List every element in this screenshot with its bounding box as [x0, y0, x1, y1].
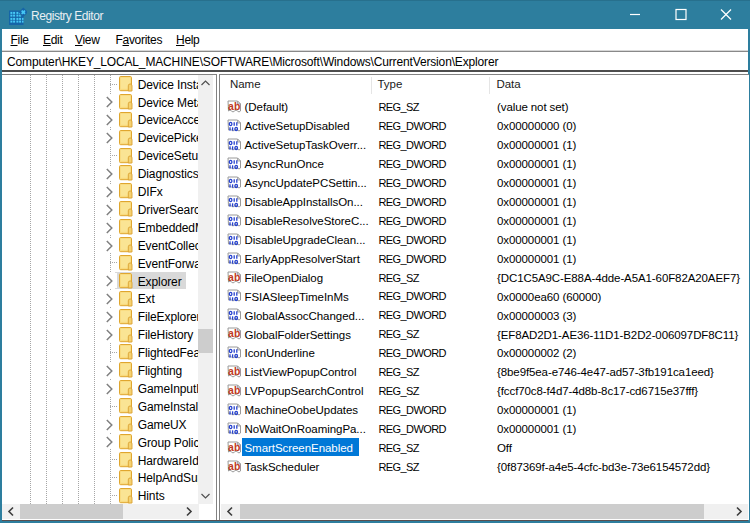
- svg-text:ab: ab: [228, 365, 240, 377]
- svg-text:ab: ab: [228, 460, 240, 472]
- svg-text:ab: ab: [228, 384, 240, 396]
- svg-text:ab: ab: [228, 328, 240, 340]
- svg-text:ab: ab: [228, 441, 240, 453]
- svg-text:ab: ab: [228, 271, 240, 283]
- svg-text:ab: ab: [228, 101, 240, 113]
